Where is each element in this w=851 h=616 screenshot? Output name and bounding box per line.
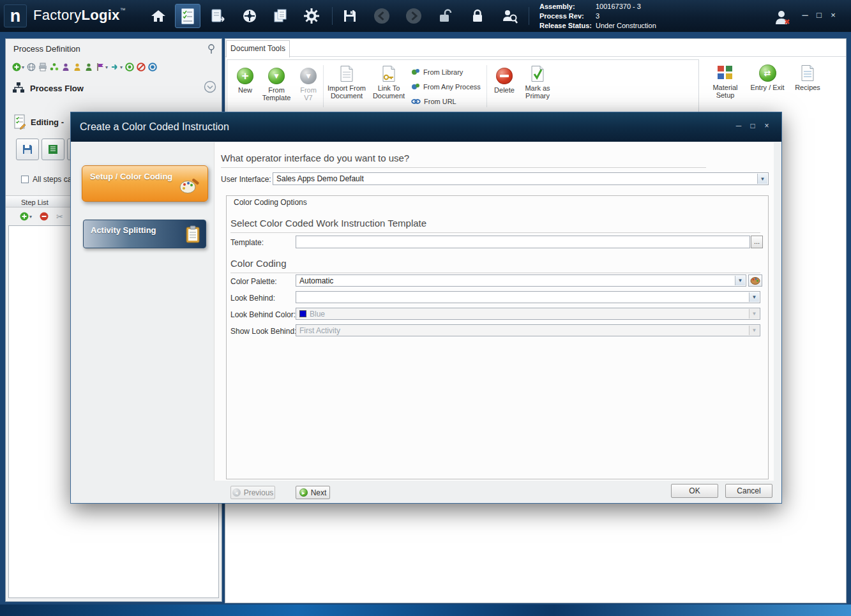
wizard-step-activity-splitting[interactable]: Activity Splitting: [83, 220, 206, 248]
from-any-process-button[interactable]: From Any Process: [411, 82, 481, 91]
toolbar-divider: [332, 7, 333, 25]
settings-button[interactable]: [299, 4, 324, 28]
dialog-close-button[interactable]: ×: [762, 121, 772, 130]
home-icon: [151, 9, 166, 23]
link-to-document-button[interactable]: Link To Document: [369, 65, 409, 100]
collapse-section-button[interactable]: [204, 80, 216, 96]
chevron-down-icon[interactable]: ▾: [120, 64, 123, 70]
next-button[interactable]: ▸ Next: [296, 486, 330, 499]
chevron-down-icon[interactable]: ▾: [105, 64, 108, 70]
document-send-button[interactable]: [206, 4, 231, 28]
from-library-button[interactable]: From Library: [411, 68, 463, 76]
process-rev-label: Process Rev:: [539, 11, 596, 21]
flag-button[interactable]: ▾: [96, 63, 108, 71]
edit-checklist-icon: [13, 114, 26, 130]
import-steps-button[interactable]: [41, 139, 64, 160]
dialog-minimize-button[interactable]: ─: [734, 121, 744, 130]
save-button[interactable]: [337, 4, 363, 28]
web-link-button[interactable]: [27, 63, 36, 71]
previous-button[interactable]: ◂ Previous: [230, 486, 275, 499]
process-definition-button[interactable]: [175, 4, 200, 28]
import-from-document-button[interactable]: Import From Document: [326, 65, 368, 100]
palette-picker-button[interactable]: [748, 274, 762, 287]
dialog-maximize-button[interactable]: □: [748, 121, 758, 130]
gears-blue-icon: [411, 82, 420, 91]
blue-color-swatch: [299, 310, 306, 317]
user-logout-icon: [773, 9, 791, 26]
document-icon: [340, 65, 354, 82]
maximize-button[interactable]: □: [813, 10, 825, 20]
forward-button[interactable]: [401, 4, 426, 28]
recipes-button[interactable]: Recipes: [791, 64, 824, 91]
show-look-behind-select[interactable]: First Activity ▼: [296, 324, 760, 336]
color-palette-label: Color Palette:: [230, 277, 277, 286]
process-sync-button[interactable]: [50, 63, 59, 71]
start-button[interactable]: [125, 63, 134, 71]
chevron-down-icon[interactable]: ▼: [749, 292, 759, 302]
from-url-button[interactable]: From URL: [411, 97, 456, 105]
look-behind-select[interactable]: ▼: [296, 291, 760, 303]
look-behind-color-select[interactable]: Blue ▼: [296, 308, 760, 320]
print-button[interactable]: [38, 63, 47, 71]
chevron-down-icon[interactable]: ▾: [22, 64, 24, 70]
stop-button[interactable]: [137, 63, 146, 71]
home-button[interactable]: [146, 4, 171, 28]
cancel-button[interactable]: Cancel: [725, 484, 772, 498]
mark-as-primary-button[interactable]: Mark as Primary: [520, 65, 555, 100]
template-browse-button[interactable]: ...: [751, 236, 763, 248]
navigate-button[interactable]: [237, 4, 262, 28]
user-audit-button[interactable]: [61, 63, 70, 71]
from-template-button[interactable]: ▼ From Template: [259, 68, 294, 101]
remove-step-button[interactable]: [40, 212, 49, 221]
template-input[interactable]: [296, 236, 750, 248]
delete-button[interactable]: Delete: [490, 68, 518, 94]
release-status-value: Under Construction: [596, 22, 656, 29]
add-process-button[interactable]: ▾: [12, 63, 24, 71]
wizard-step-setup-color-coding[interactable]: Setup / Color Coding: [82, 165, 208, 202]
chevron-down-icon[interactable]: ▾: [29, 214, 32, 220]
user-session-button[interactable]: [769, 5, 795, 29]
import-sheet-icon: [47, 144, 59, 155]
unlock-button[interactable]: [433, 4, 458, 28]
minimize-button[interactable]: ─: [799, 10, 811, 20]
user-lock-button[interactable]: [73, 63, 82, 71]
all-steps-checkbox[interactable]: [21, 176, 29, 183]
entry-exit-icon: ⇄: [759, 64, 776, 82]
new-document-button[interactable]: + New: [232, 68, 258, 94]
activity-splitting-label: Activity Splitting: [91, 225, 156, 235]
chevron-down-icon: ▼: [749, 326, 759, 335]
save-step-button[interactable]: [16, 139, 39, 160]
chevron-down-icon[interactable]: ▼: [735, 276, 745, 285]
chevron-down-circle-icon: [204, 80, 216, 93]
reports-button[interactable]: [267, 4, 293, 28]
audit-search-button[interactable]: [497, 4, 522, 28]
chevron-down-icon[interactable]: ▼: [757, 174, 767, 184]
ribbon-right-group: Material Setup ⇄ Entry / Exit Recipes: [705, 59, 833, 113]
entry-exit-button[interactable]: ⇄ Entry / Exit: [748, 64, 787, 91]
jump-to-button[interactable]: ▾: [110, 63, 123, 71]
unlock-icon: [438, 8, 453, 24]
tab-document-tools[interactable]: Document Tools: [226, 40, 290, 57]
color-palette-select[interactable]: Automatic ▼: [296, 274, 746, 287]
app-titlebar: n FactoryLogix™: [0, 0, 851, 32]
close-button[interactable]: ×: [827, 10, 839, 20]
from-v7-button[interactable]: ▼ From V7: [295, 68, 322, 101]
download-disabled-icon: ▼: [300, 68, 317, 84]
release-status-row: Release Status:Under Construction: [539, 21, 656, 31]
back-icon: [373, 8, 390, 24]
lock-button[interactable]: [465, 4, 490, 28]
download-icon: ▼: [268, 68, 285, 84]
user-assign-button[interactable]: [84, 63, 93, 71]
cut-step-icon[interactable]: ✂: [56, 212, 63, 222]
back-button[interactable]: [369, 4, 395, 28]
record-button[interactable]: [148, 63, 157, 71]
brand-factory: Factory: [33, 7, 81, 23]
dialog-titlebar[interactable]: Create a Color Coded Instruction ─ □ ×: [71, 112, 781, 142]
user-interface-select[interactable]: Sales Apps Demo Default ▼: [273, 172, 769, 185]
add-step-button[interactable]: ▾: [20, 212, 32, 221]
pin-icon[interactable]: [207, 44, 215, 57]
process-flow-header[interactable]: Process Flow: [12, 80, 216, 96]
ok-button[interactable]: OK: [671, 484, 718, 498]
material-setup-button[interactable]: Material Setup: [707, 64, 744, 99]
compass-icon: [242, 8, 257, 24]
